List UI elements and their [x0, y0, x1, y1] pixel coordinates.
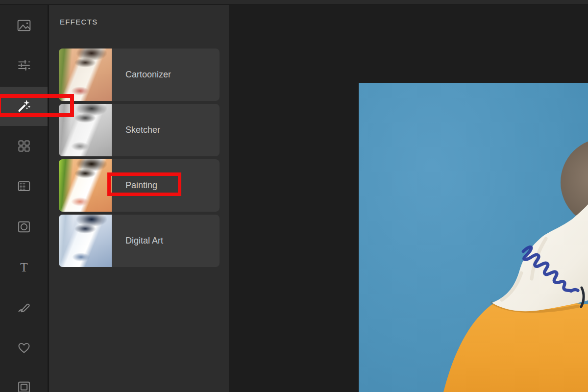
circle-frame-icon — [16, 219, 32, 235]
effect-card-painting[interactable]: Painting — [59, 159, 220, 212]
frame-icon — [16, 379, 32, 392]
effect-card-cartoonizer[interactable]: Cartoonizer — [59, 49, 220, 101]
sidebar: T — [0, 5, 49, 392]
cartoonizer-thumbnail — [59, 49, 112, 101]
draw-icon — [16, 299, 32, 315]
effect-label: Sketcher — [125, 104, 160, 156]
svg-text:T: T — [20, 261, 27, 274]
effect-label: Digital Art — [125, 215, 163, 267]
panel-title: EFFECTS — [60, 18, 98, 26]
magic-wand-icon — [16, 98, 32, 114]
effect-label: Painting — [125, 159, 157, 212]
canvas-area — [229, 5, 588, 392]
sidebar-item-favorites[interactable] — [0, 334, 48, 362]
effect-card-sketcher[interactable]: Sketcher — [59, 104, 220, 156]
effect-card-digital-art[interactable]: Digital Art — [59, 215, 220, 267]
photo-on-canvas — [359, 83, 588, 392]
sidebar-item-frames[interactable] — [0, 373, 48, 392]
text-icon: T — [16, 259, 32, 275]
sidebar-item-artsy[interactable] — [0, 132, 48, 160]
app-window: T EFFECTS — [0, 0, 588, 392]
top-bar — [0, 0, 588, 5]
sidebar-item-overlays[interactable] — [0, 213, 48, 241]
sidebar-item-draw[interactable] — [0, 294, 48, 321]
grid-icon — [16, 138, 32, 154]
sketcher-thumbnail — [59, 104, 112, 156]
sidebar-item-text[interactable]: T — [0, 253, 48, 281]
heart-icon — [16, 340, 32, 356]
photo-illustration — [359, 83, 588, 392]
texture-icon — [16, 178, 32, 194]
image-icon — [16, 18, 32, 33]
sidebar-item-effects[interactable] — [0, 92, 48, 120]
digital-art-thumbnail — [59, 215, 112, 267]
sidebar-item-edit[interactable] — [0, 51, 48, 79]
painting-thumbnail — [59, 159, 112, 212]
effects-list: Cartoonizer Sketcher Painting Digital Ar… — [59, 49, 220, 270]
sidebar-item-textures[interactable] — [0, 172, 48, 200]
effect-label: Cartoonizer — [125, 49, 171, 101]
adjustments-icon — [16, 57, 32, 73]
sidebar-item-photos[interactable] — [0, 12, 48, 39]
effects-panel: EFFECTS Cartoonizer Sketcher Painting Di… — [49, 5, 229, 392]
